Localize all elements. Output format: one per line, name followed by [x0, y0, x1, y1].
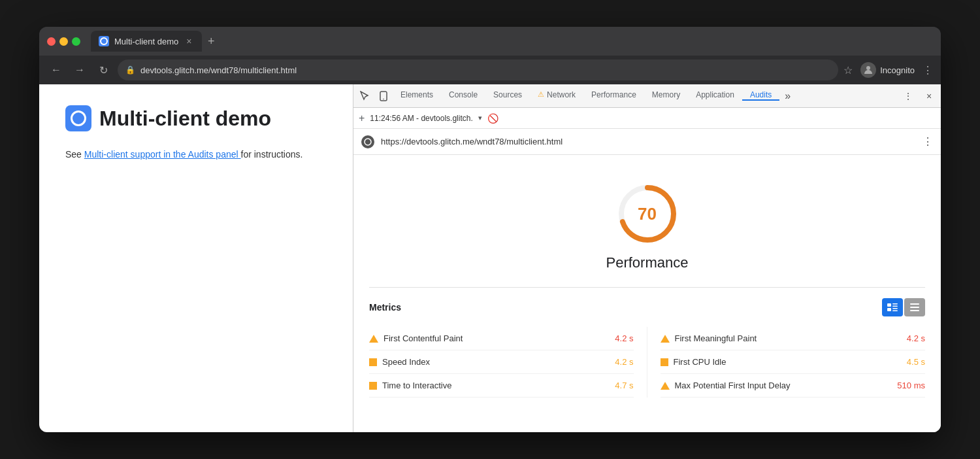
browser-window: Multi-client demo × + ← → ↻ 🔒 devtools.g…	[39, 27, 941, 432]
metric-name-fmp: First Meaningful Paint	[675, 333, 888, 343]
metric-name-fcp: First Contentful Paint	[384, 333, 596, 343]
url-text: devtools.glitch.me/wndt78/multiclient.ht…	[140, 65, 297, 75]
metrics-title: Metrics	[369, 302, 401, 313]
devtools-close-button[interactable]: ×	[920, 87, 938, 105]
audit-url-menu[interactable]: ⋮	[923, 135, 933, 148]
browser-content: Multi-client demo See Multi-client suppo…	[39, 84, 941, 432]
metrics-header: Metrics	[369, 298, 925, 316]
svg-rect-12	[892, 311, 898, 312]
svg-rect-11	[892, 308, 898, 309]
network-warning-icon: ⚠	[538, 90, 544, 99]
new-tab-button[interactable]: +	[202, 32, 220, 50]
reload-button[interactable]: ↻	[94, 61, 112, 79]
more-tabs-button[interactable]: »	[779, 90, 796, 102]
score-circle: 70	[615, 181, 680, 246]
url-bar[interactable]: 🔒 devtools.glitch.me/wndt78/multiclient.…	[118, 60, 838, 80]
metric-value-fci: 4.5 s	[892, 357, 925, 367]
bookmark-icon[interactable]: ☆	[843, 64, 853, 76]
score-section: 70 Performance	[369, 168, 925, 287]
page-description: See Multi-client support in the Audits p…	[65, 147, 327, 162]
metric-row-tti: Time to Interactive 4.7 s	[369, 374, 634, 398]
view-list-button[interactable]	[904, 298, 925, 316]
svg-point-4	[365, 139, 371, 145]
audit-timestamp: 11:24:56 AM - devtools.glitch.	[370, 114, 472, 123]
add-audit-button[interactable]: +	[359, 112, 365, 124]
svg-rect-9	[892, 306, 898, 307]
view-grid-button[interactable]	[882, 298, 903, 316]
incognito-label: Incognito	[880, 65, 915, 75]
svg-point-3	[383, 98, 384, 99]
svg-rect-15	[910, 310, 919, 311]
metrics-right-column: First Meaningful Paint 4.2 s First CPU I…	[647, 327, 926, 398]
svg-rect-14	[910, 307, 919, 308]
devtools-settings-icon[interactable]: ⋮	[899, 87, 917, 105]
metrics-left-column: First Contentful Paint 4.2 s Speed Index…	[369, 327, 647, 398]
metric-orange-icon-fci	[661, 358, 668, 366]
metric-value-fcp: 4.2 s	[601, 333, 634, 343]
page-title: Multi-client demo	[99, 107, 271, 131]
tab-title: Multi-client demo	[114, 37, 178, 46]
description-after: for instructions.	[241, 149, 303, 160]
lock-icon: 🔒	[125, 65, 135, 75]
browser-menu-icon[interactable]: ⋮	[923, 64, 933, 76]
tab-network[interactable]: ⚠ Network	[530, 90, 583, 101]
device-toggle-button[interactable]	[374, 87, 393, 105]
close-traffic-light[interactable]	[47, 37, 56, 46]
svg-point-1	[866, 66, 870, 70]
metric-value-tti: 4.7 s	[601, 381, 634, 390]
maximize-traffic-light[interactable]	[72, 37, 80, 46]
metric-name-fci: First CPU Idle	[674, 357, 888, 367]
metric-name-tti: Time to Interactive	[382, 381, 596, 390]
metric-name-mpfid: Max Potential First Input Delay	[675, 381, 888, 390]
metric-row-fmp: First Meaningful Paint 4.2 s	[661, 327, 926, 350]
metrics-view-toggle	[882, 298, 925, 316]
title-bar: Multi-client demo × +	[39, 27, 941, 56]
metric-orange-icon-si	[369, 358, 377, 366]
minimize-traffic-light[interactable]	[59, 37, 68, 46]
devtools-tab-actions: ⋮ ×	[899, 87, 938, 105]
metric-value-si: 4.2 s	[601, 357, 634, 367]
active-tab[interactable]: Multi-client demo ×	[91, 31, 202, 52]
svg-rect-10	[887, 308, 891, 311]
audits-panel-link[interactable]: Multi-client support in the Audits panel	[84, 149, 241, 160]
devtools-panel: Elements Console Sources ⚠ Network Perfo…	[353, 84, 941, 432]
incognito-avatar	[860, 62, 876, 78]
clear-audits-button[interactable]: 🚫	[487, 113, 498, 124]
tab-close-button[interactable]: ×	[184, 36, 194, 46]
inspector-button[interactable]	[356, 87, 374, 105]
svg-rect-7	[887, 303, 891, 307]
metric-row-fci: First CPU Idle 4.5 s	[661, 350, 926, 374]
description-before: See	[65, 149, 84, 160]
incognito-button[interactable]: Incognito	[860, 62, 915, 78]
traffic-lights	[47, 37, 80, 46]
devtools-toolbar: Elements Console Sources ⚠ Network Perfo…	[353, 84, 941, 108]
tab-memory[interactable]: Memory	[644, 90, 688, 101]
metric-warning-icon-mpfid	[661, 382, 670, 390]
svg-rect-8	[892, 303, 898, 305]
forward-button[interactable]: →	[71, 61, 89, 79]
metric-orange-icon-tti	[369, 382, 377, 390]
metrics-grid: First Contentful Paint 4.2 s Speed Index…	[369, 327, 925, 398]
metric-warning-icon-fmp	[661, 335, 670, 343]
address-bar: ← → ↻ 🔒 devtools.glitch.me/wndt78/multic…	[39, 56, 941, 84]
metric-row-si: Speed Index 4.2 s	[369, 350, 634, 374]
devtools-tabs: Elements Console Sources ⚠ Network Perfo…	[393, 90, 899, 102]
svg-rect-13	[910, 303, 919, 305]
devtools-subbar: + 11:24:56 AM - devtools.glitch. ▾ 🚫	[353, 108, 941, 129]
back-button[interactable]: ←	[47, 61, 65, 79]
svg-point-0	[101, 38, 107, 44]
tab-console[interactable]: Console	[441, 90, 485, 101]
page-content: Multi-client demo See Multi-client suppo…	[39, 84, 353, 432]
tab-audits[interactable]: Audits	[742, 90, 779, 101]
metric-row-mpfid: Max Potential First Input Delay 510 ms	[661, 374, 926, 398]
metric-value-mpfid: 510 ms	[892, 381, 925, 390]
metric-row-fcp: First Contentful Paint 4.2 s	[369, 327, 634, 350]
metric-value-fmp: 4.2 s	[892, 333, 925, 343]
tab-sources[interactable]: Sources	[485, 90, 530, 101]
tab-application[interactable]: Application	[688, 90, 742, 101]
score-label: Performance	[606, 254, 689, 271]
page-logo	[65, 105, 91, 131]
audit-dropdown-arrow[interactable]: ▾	[478, 114, 482, 122]
tab-performance[interactable]: Performance	[583, 90, 644, 101]
tab-elements[interactable]: Elements	[393, 90, 441, 101]
